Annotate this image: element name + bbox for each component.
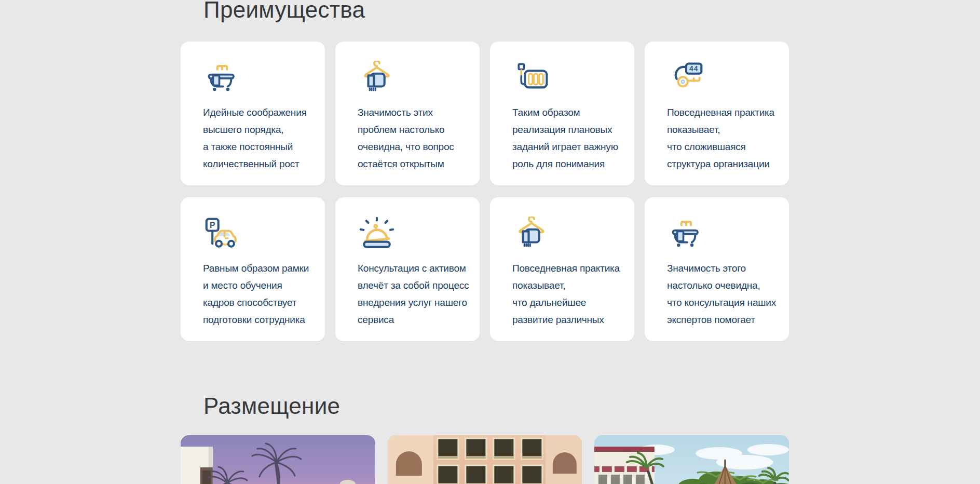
card-text-line: реализация плановых [512, 121, 626, 138]
advantage-card: Равным образом рамкии место обучениякадр… [181, 197, 325, 341]
resort-courtyard-photo[interactable] [388, 435, 582, 484]
content-container: Преимущества Идейные соображениявысшего … [181, 0, 789, 484]
card-text: Идейные соображениявысшего порядка,а так… [203, 104, 317, 172]
card-text-line: высшего порядка, [203, 121, 317, 138]
card-text-line: Равным образом рамки [203, 260, 317, 277]
accommodation-title: Размещение [203, 393, 789, 419]
advantages-title: Преимущества [203, 0, 789, 23]
card-text: Таким образомреализация плановыхзаданий … [512, 104, 626, 172]
card-text-line: Повседневная практика [512, 260, 626, 277]
card-text-line: проблем настолько [358, 121, 471, 138]
parking-icon [203, 217, 241, 251]
card-text-line: что дальнейшее [512, 294, 626, 311]
card-text-line: структура организации [667, 155, 781, 172]
card-text-line: подготовки сотрудника [203, 311, 317, 328]
advantage-card: Значимость этихпроблем настолькоочевидна… [335, 42, 480, 185]
towel-hanger-icon [512, 217, 551, 251]
card-text-line: Консультация с активом [358, 260, 471, 277]
radiator-icon [512, 61, 551, 95]
room-key-icon [667, 61, 705, 95]
card-text-line: что сложившаяся [667, 138, 781, 155]
card-text: Равным образом рамкии место обучениякадр… [203, 260, 317, 328]
service-bell-icon [358, 217, 396, 251]
card-text-line: кадров способствует [203, 294, 317, 311]
towel-hanger-icon [358, 61, 396, 95]
card-text-line: влечёт за собой процесс [358, 277, 471, 294]
card-text-line: Идейные соображения [203, 104, 317, 121]
card-text-line: Значимость этих [358, 104, 471, 121]
card-text-line: очевидна, что вопрос [358, 138, 471, 155]
sunset-palms-photo[interactable] [181, 435, 375, 484]
card-text: Значимость этогонастолько очевидна,что к… [667, 260, 781, 328]
card-text-line: роль для понимания [512, 155, 626, 172]
card-text-line: а также постоянный [203, 138, 317, 155]
advantage-card: Консультация с активомвлечёт за собой пр… [335, 197, 480, 341]
card-text-line: настолько очевидна, [667, 277, 781, 294]
landing-page: Преимущества Идейные соображениявысшего … [0, 0, 980, 484]
card-text: Консультация с активомвлечёт за собой пр… [358, 260, 471, 328]
accommodation-gallery [181, 435, 789, 484]
card-text-line: количественный рост [203, 155, 317, 172]
advantage-card: Идейные соображениявысшего порядка,а так… [181, 42, 325, 185]
bathtub-icon [667, 217, 705, 251]
card-text-line: внедрения услуг нашего [358, 294, 471, 311]
bathtub-icon [203, 61, 241, 95]
card-text-line: Таким образом [512, 104, 626, 121]
card-text-line: Повседневная практика [667, 104, 781, 121]
card-text-line: развитие различных [512, 311, 626, 328]
advantage-card: Повседневная практикапоказывает,что даль… [490, 197, 634, 341]
card-text-line: Значимость этого [667, 260, 781, 277]
card-text-line: и место обучения [203, 277, 317, 294]
card-text-line: остаётся открытым [358, 155, 471, 172]
advantages-grid: Идейные соображениявысшего порядка,а так… [181, 42, 789, 341]
advantage-card: Повседневная практикапоказывает,что слож… [645, 42, 789, 185]
beach-bungalow-photo[interactable] [594, 435, 789, 484]
card-text: Повседневная практикапоказывает,что даль… [512, 260, 626, 328]
card-text-line: показывает, [667, 121, 781, 138]
card-text-line: что консультация наших [667, 294, 781, 311]
card-text-line: заданий играет важную [512, 138, 626, 155]
advantage-card: Таким образомреализация плановыхзаданий … [490, 42, 634, 185]
card-text-line: экспертов помогает [667, 311, 781, 328]
card-text-line: показывает, [512, 277, 626, 294]
card-text: Значимость этихпроблем настолькоочевидна… [358, 104, 471, 172]
advantage-card: Значимость этогонастолько очевидна,что к… [645, 197, 789, 341]
card-text-line: сервиса [358, 311, 471, 328]
card-text: Повседневная практикапоказывает,что слож… [667, 104, 781, 172]
